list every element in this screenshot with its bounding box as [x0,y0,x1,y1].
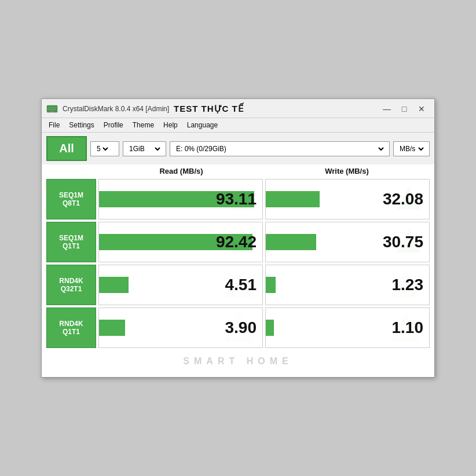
menu-profile[interactable]: Profile [99,119,128,131]
menu-settings[interactable]: Settings [64,119,98,131]
app-window: CrystalDiskMark 8.0.4 x64 [Admin] TEST T… [41,98,435,378]
svg-rect-3 [50,111,54,112]
window-controls: — □ ✕ [379,102,430,115]
app-name: CrystalDiskMark 8.0.4 x64 [Admin] [63,105,169,113]
all-button[interactable]: All [46,136,87,161]
write-value-rnd4k-q1t1: 1.10 [266,318,429,337]
toolbar: All 5 1 3 9 1GiB 512MiB 2GiB 4GiB E: 0% … [42,133,434,164]
minimize-button[interactable]: — [379,102,395,115]
read-value-seq1m-q8t1: 93.11 [99,190,262,208]
write-cell-rnd4k-q1t1: 1.10 [265,307,430,348]
row-label-seq1m-q1t1: SEQ1M Q1T1 [46,222,96,262]
write-value-rnd4k-q32t1: 1.23 [266,276,429,294]
svg-rect-2 [48,109,56,110]
unit-dropdown[interactable]: MB/s GB/s IOPS [397,144,426,153]
write-value-seq1m-q1t1: 30.75 [266,233,429,251]
row-label-rnd4k-q32t1: RND4K Q32T1 [46,265,96,305]
app-icon [46,104,58,113]
menu-help[interactable]: Help [159,119,182,131]
watermark-text: SMART HOME [183,356,292,367]
menu-file[interactable]: File [44,119,64,131]
menu-theme[interactable]: Theme [128,119,159,131]
runs-dropdown[interactable]: 5 1 3 9 [94,144,110,153]
size-dropdown[interactable]: 1GiB 512MiB 2GiB 4GiB [127,144,162,153]
menu-language[interactable]: Language [182,119,222,131]
unit-select[interactable]: MB/s GB/s IOPS [393,141,430,156]
table-row: RND4K Q32T1 4.51 1.23 [46,265,430,305]
close-button[interactable]: ✕ [413,102,430,115]
watermark-area: SMART HOME [46,350,430,372]
column-headers: Read (MB/s) Write (MB/s) [46,164,430,178]
write-header: Write (MB/s) [264,167,430,175]
table-row: RND4K Q1T1 3.90 1.10 [46,307,430,348]
menu-bar: File Settings Profile Theme Help Languag… [42,118,434,133]
read-value-rnd4k-q1t1: 3.90 [99,318,262,337]
table-row: SEQ1M Q8T1 93.11 32.08 [46,179,430,219]
drive-select[interactable]: E: 0% (0/29GiB) [170,141,390,156]
table-row: SEQ1M Q1T1 92.42 30.75 [46,222,430,262]
title-bar: CrystalDiskMark 8.0.4 x64 [Admin] TEST T… [42,99,434,118]
write-cell-rnd4k-q32t1: 1.23 [265,265,430,305]
read-header: Read (MB/s) [98,167,264,175]
runs-select[interactable]: 5 1 3 9 [90,141,119,156]
main-content: Read (MB/s) Write (MB/s) SEQ1M Q8T1 93.1… [42,164,434,377]
read-cell-seq1m-q8t1: 93.11 [98,179,263,219]
maximize-button[interactable]: □ [396,102,412,115]
write-cell-seq1m-q8t1: 32.08 [265,179,430,219]
row-label-seq1m-q8t1: SEQ1M Q8T1 [46,179,96,219]
size-select[interactable]: 1GiB 512MiB 2GiB 4GiB [123,141,166,156]
write-cell-seq1m-q1t1: 30.75 [265,222,430,262]
row-label-rnd4k-q1t1: RND4K Q1T1 [46,307,96,348]
read-cell-seq1m-q1t1: 92.42 [98,222,263,262]
window-title: TEST THỰC TẾ [174,104,379,114]
drive-dropdown[interactable]: E: 0% (0/29GiB) [174,144,386,153]
read-value-seq1m-q1t1: 92.42 [99,233,262,251]
write-value-seq1m-q8t1: 32.08 [266,190,429,208]
read-cell-rnd4k-q32t1: 4.51 [98,265,263,305]
read-value-rnd4k-q32t1: 4.51 [99,276,262,294]
label-col-header [46,167,98,175]
svg-rect-1 [48,107,56,108]
read-cell-rnd4k-q1t1: 3.90 [98,307,263,348]
